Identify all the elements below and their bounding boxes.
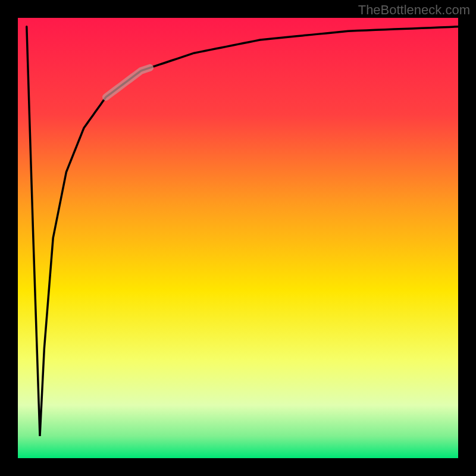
watermark-text: TheBottleneck.com: [358, 2, 470, 18]
chart-container: TheBottleneck.com: [0, 0, 476, 476]
chart-svg: [0, 0, 476, 476]
plot-area-gradient: [18, 18, 458, 458]
